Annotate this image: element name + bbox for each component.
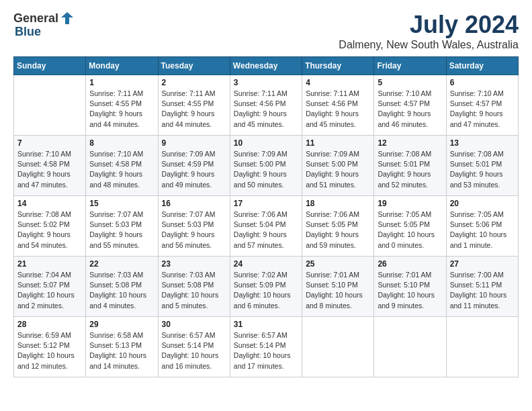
calendar-cell: 12 Sunrise: 7:08 AM Sunset: 5:01 PM Dayl… [374, 136, 446, 196]
day-info: Sunrise: 7:09 AM Sunset: 5:00 PM Dayligh… [234, 149, 298, 190]
daylight-label: Daylight: 10 hours and 12 minutes. [17, 351, 75, 369]
daylight-label: Daylight: 9 hours and 55 minutes. [89, 230, 142, 248]
sunset-label: Sunset: 4:56 PM [306, 99, 358, 107]
calendar-cell: 31 Sunrise: 6:57 AM Sunset: 5:14 PM Dayl… [230, 317, 302, 377]
day-number: 17 [234, 199, 298, 208]
calendar: SundayMondayTuesdayWednesdayThursdayFrid… [13, 56, 519, 377]
calendar-cell: 28 Sunrise: 6:59 AM Sunset: 5:12 PM Dayl… [14, 317, 86, 377]
sunset-label: Sunset: 5:01 PM [450, 160, 502, 168]
calendar-cell: 15 Sunrise: 7:07 AM Sunset: 5:03 PM Dayl… [86, 196, 158, 257]
daylight-label: Daylight: 9 hours and 45 minutes. [234, 109, 287, 128]
sunset-label: Sunset: 5:05 PM [306, 220, 358, 228]
day-info: Sunrise: 7:09 AM Sunset: 4:59 PM Dayligh… [162, 149, 226, 190]
sunset-label: Sunset: 5:10 PM [306, 281, 358, 289]
calendar-cell: 27 Sunrise: 7:00 AM Sunset: 5:11 PM Dayl… [446, 257, 518, 317]
daylight-label: Daylight: 10 hours and 14 minutes. [89, 351, 146, 369]
daylight-label: Daylight: 10 hours and 11 minutes. [450, 291, 507, 309]
sunrise-label: Sunrise: 6:58 AM [89, 331, 143, 339]
day-info: Sunrise: 7:07 AM Sunset: 5:03 PM Dayligh… [162, 210, 226, 250]
daylight-label: Daylight: 9 hours and 44 minutes. [89, 109, 142, 128]
day-number: 18 [306, 199, 370, 208]
calendar-cell: 14 Sunrise: 7:08 AM Sunset: 5:02 PM Dayl… [14, 196, 86, 257]
calendar-header-row: SundayMondayTuesdayWednesdayThursdayFrid… [14, 57, 519, 75]
sunset-label: Sunset: 4:57 PM [450, 99, 502, 107]
day-number: 24 [234, 259, 298, 269]
calendar-cell: 24 Sunrise: 7:02 AM Sunset: 5:09 PM Dayl… [230, 257, 302, 317]
day-number: 20 [450, 199, 515, 208]
calendar-cell [302, 317, 374, 377]
sunset-label: Sunset: 4:58 PM [89, 160, 142, 168]
day-number: 21 [17, 259, 82, 269]
day-number: 8 [89, 138, 154, 148]
day-info: Sunrise: 7:02 AM Sunset: 5:09 PM Dayligh… [234, 270, 298, 311]
sunset-label: Sunset: 5:01 PM [378, 160, 430, 168]
sunset-label: Sunset: 5:05 PM [378, 220, 430, 228]
day-info: Sunrise: 7:00 AM Sunset: 5:11 PM Dayligh… [450, 270, 515, 311]
day-number: 29 [89, 320, 154, 329]
day-number: 12 [378, 138, 442, 148]
day-info: Sunrise: 7:10 AM Sunset: 4:58 PM Dayligh… [17, 149, 82, 190]
day-number: 30 [162, 320, 226, 329]
sunset-label: Sunset: 5:12 PM [17, 341, 70, 349]
calendar-cell: 10 Sunrise: 7:09 AM Sunset: 5:00 PM Dayl… [230, 136, 302, 196]
day-info: Sunrise: 7:11 AM Sunset: 4:55 PM Dayligh… [162, 89, 226, 130]
daylight-label: Daylight: 9 hours and 47 minutes. [450, 109, 503, 128]
day-header-wednesday: Wednesday [230, 57, 302, 75]
calendar-week-2: 7 Sunrise: 7:10 AM Sunset: 4:58 PM Dayli… [14, 136, 519, 196]
sunset-label: Sunset: 5:14 PM [234, 341, 286, 349]
logo: General Blue [13, 11, 75, 38]
day-number: 26 [378, 259, 442, 269]
day-info: Sunrise: 7:01 AM Sunset: 5:10 PM Dayligh… [378, 270, 442, 311]
sunrise-label: Sunrise: 7:03 AM [89, 271, 143, 279]
daylight-label: Daylight: 9 hours and 59 minutes. [306, 230, 359, 248]
daylight-label: Daylight: 9 hours and 50 minutes. [234, 170, 287, 188]
daylight-label: Daylight: 9 hours and 51 minutes. [306, 170, 359, 188]
day-info: Sunrise: 7:09 AM Sunset: 5:00 PM Dayligh… [306, 149, 370, 190]
day-info: Sunrise: 7:03 AM Sunset: 5:08 PM Dayligh… [162, 270, 226, 311]
day-header-tuesday: Tuesday [158, 57, 230, 75]
main-title: July 2024 [339, 11, 519, 39]
sunrise-label: Sunrise: 7:11 AM [89, 89, 143, 97]
sunrise-label: Sunrise: 7:11 AM [162, 89, 216, 97]
sunrise-label: Sunrise: 7:11 AM [234, 89, 287, 97]
title-area: July 2024 Dalmeny, New South Wales, Aust… [339, 11, 519, 51]
sunset-label: Sunset: 5:00 PM [234, 160, 286, 168]
sunrise-label: Sunrise: 7:04 AM [17, 271, 71, 279]
daylight-label: Daylight: 9 hours and 52 minutes. [378, 170, 431, 188]
day-number: 1 [89, 78, 154, 87]
day-number: 16 [162, 199, 226, 208]
calendar-week-5: 28 Sunrise: 6:59 AM Sunset: 5:12 PM Dayl… [14, 317, 519, 377]
day-number: 10 [234, 138, 298, 148]
day-header-saturday: Saturday [446, 57, 518, 75]
sunrise-label: Sunrise: 7:10 AM [378, 89, 431, 97]
sunrise-label: Sunrise: 7:06 AM [306, 210, 359, 218]
day-header-monday: Monday [86, 57, 158, 75]
day-info: Sunrise: 7:08 AM Sunset: 5:01 PM Dayligh… [450, 149, 515, 190]
sunrise-label: Sunrise: 7:10 AM [17, 150, 71, 158]
sunrise-label: Sunrise: 6:57 AM [162, 331, 216, 339]
calendar-cell: 16 Sunrise: 7:07 AM Sunset: 5:03 PM Dayl… [158, 196, 230, 257]
logo-bird-icon [60, 11, 75, 26]
daylight-label: Daylight: 10 hours and 5 minutes. [162, 291, 219, 309]
day-number: 6 [450, 78, 515, 87]
sunrise-label: Sunrise: 7:08 AM [450, 150, 504, 158]
header: General Blue July 2024 Dalmeny, New Sout… [13, 11, 519, 51]
calendar-cell [14, 75, 86, 136]
calendar-cell [374, 317, 446, 377]
daylight-label: Daylight: 10 hours and 1 minute. [450, 230, 507, 248]
logo-blue: Blue [15, 26, 75, 38]
day-info: Sunrise: 7:05 AM Sunset: 5:05 PM Dayligh… [378, 210, 442, 250]
sunset-label: Sunset: 5:08 PM [89, 281, 142, 289]
sunset-label: Sunset: 5:07 PM [17, 281, 70, 289]
day-header-sunday: Sunday [14, 57, 86, 75]
day-number: 14 [17, 199, 82, 208]
subtitle: Dalmeny, New South Wales, Australia [339, 39, 519, 51]
daylight-label: Daylight: 10 hours and 9 minutes. [378, 291, 435, 309]
day-number: 2 [162, 78, 226, 87]
day-info: Sunrise: 7:03 AM Sunset: 5:08 PM Dayligh… [89, 270, 154, 311]
sunrise-label: Sunrise: 7:09 AM [162, 150, 216, 158]
day-number: 25 [306, 259, 370, 269]
sunrise-label: Sunrise: 7:05 AM [450, 210, 504, 218]
svg-marker-0 [61, 12, 73, 24]
sunrise-label: Sunrise: 7:06 AM [234, 210, 287, 218]
